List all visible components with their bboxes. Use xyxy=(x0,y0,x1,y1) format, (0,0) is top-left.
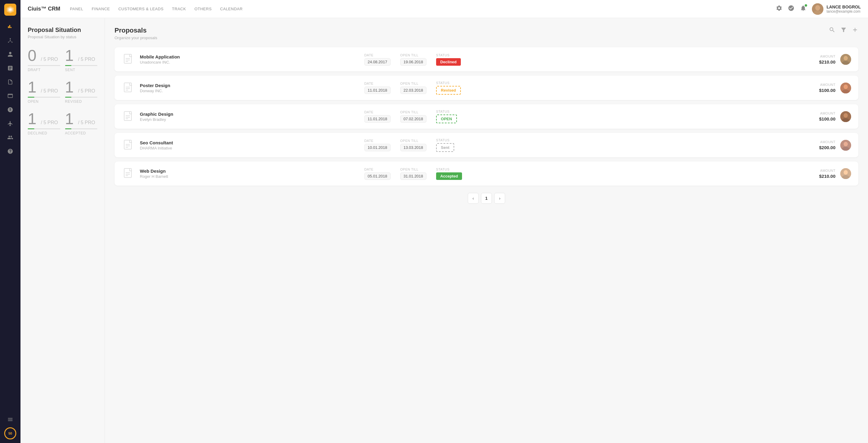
stat-bar xyxy=(65,128,98,129)
proposals-title-area: Proposals Organize your proposals xyxy=(115,27,157,40)
meta-open-till-group: OPEN TILL 13.03.2018 xyxy=(400,139,427,151)
user-name: LANCE BOGROL xyxy=(827,4,861,9)
proposals-list: Mobile Application Unadoncare INC. DATE … xyxy=(115,47,858,186)
proposal-info: Seo Consultant DHARMA Initiative xyxy=(140,140,360,150)
svg-point-3 xyxy=(10,38,10,39)
proposal-card[interactable]: Mobile Application Unadoncare INC. DATE … xyxy=(115,47,858,71)
proposal-open-till: 22.03.2018 xyxy=(400,87,427,94)
proposal-card[interactable]: Web Design Roger H Barnett DATE 05.01.20… xyxy=(115,161,858,186)
sidebar-report-icon[interactable] xyxy=(4,62,16,74)
amount-label: AMOUNT xyxy=(808,55,835,58)
stat-label: REVISED xyxy=(65,99,98,104)
stat-bar xyxy=(65,65,98,66)
proposal-amount-group: AMOUNT $100.00 xyxy=(808,83,835,93)
nav-track[interactable]: TRACK xyxy=(172,7,186,11)
sidebar-invoice-icon[interactable] xyxy=(4,90,16,102)
open-till-label: OPEN TILL xyxy=(400,167,427,171)
proposal-client: DHARMA Initiative xyxy=(140,146,360,150)
sidebar-finance-icon[interactable] xyxy=(4,104,16,116)
status-label: STATUS xyxy=(436,53,461,57)
svg-point-35 xyxy=(844,141,848,146)
nav-panel[interactable]: PANEL xyxy=(70,7,83,11)
sidebar-analytics-icon[interactable] xyxy=(4,21,16,33)
proposal-meta: DATE 11.01.2018 OPEN TILL 22.03.2018 STA… xyxy=(364,81,804,95)
prev-page-button[interactable]: ‹ xyxy=(468,193,478,204)
sidebar-hierarchy-icon[interactable] xyxy=(4,34,16,46)
proposal-info: Poster Design Donway INC. xyxy=(140,83,360,93)
status-badge: Sent xyxy=(436,143,454,152)
svg-point-21 xyxy=(844,84,848,89)
meta-status-group: STATUS Accepted xyxy=(436,167,462,180)
check-icon[interactable] xyxy=(788,5,795,13)
proposal-avatar xyxy=(840,140,851,151)
amount-label: AMOUNT xyxy=(808,112,835,115)
open-till-label: OPEN TILL xyxy=(400,110,427,114)
meta-date-group: DATE 24.08.2017 xyxy=(364,53,391,66)
status-badge: Declined xyxy=(436,58,461,66)
open-till-label: OPEN TILL xyxy=(400,53,427,57)
sidebar-team-icon[interactable] xyxy=(4,131,16,144)
next-page-button[interactable]: › xyxy=(494,193,505,204)
proposal-info: Mobile Application Unadoncare INC. xyxy=(140,54,360,64)
nav-calendar[interactable]: CALENDAR xyxy=(220,7,243,11)
svg-point-42 xyxy=(844,170,848,175)
stat-number: 1 / 5 PRO xyxy=(65,111,98,127)
proposals-subtitle: Organize your proposals xyxy=(115,36,157,40)
app-logo[interactable] xyxy=(4,4,16,16)
stat-number: 1 / 5 PRO xyxy=(65,79,98,95)
progress-circle[interactable]: 50 xyxy=(4,427,16,439)
status-label: STATUS xyxy=(436,167,462,171)
stat-label: OPEN xyxy=(28,99,60,104)
proposal-date: 24.08.2017 xyxy=(364,58,391,66)
proposal-open-till: 31.01.2018 xyxy=(400,172,427,180)
svg-point-28 xyxy=(844,113,848,118)
sidebar-list-icon[interactable] xyxy=(4,413,16,425)
nav-finance[interactable]: FINANCE xyxy=(92,7,110,11)
proposals-title: Proposals xyxy=(115,27,157,34)
proposal-name: Graphic Design xyxy=(140,112,360,117)
proposal-card[interactable]: Seo Consultant DHARMA Initiative DATE 10… xyxy=(115,133,858,157)
meta-open-till-group: OPEN TILL 19.06.2018 xyxy=(400,53,427,66)
proposal-card[interactable]: Graphic Design Evelyn Bradley DATE 11.01… xyxy=(115,104,858,129)
stat-label: DRAFT xyxy=(28,68,60,72)
settings-icon[interactable] xyxy=(776,5,782,13)
stat-suffix: / 5 PRO xyxy=(41,88,58,93)
proposal-doc-icon xyxy=(122,82,135,95)
nav-right: LANCE BOGROL lance@example.com xyxy=(776,3,861,15)
proposal-doc-icon xyxy=(122,110,135,123)
main-area: Ciuis™ CRM PANEL FINANCE CUSTOMERS & LEA… xyxy=(21,0,868,443)
nav-customers[interactable]: CUSTOMERS & LEADS xyxy=(119,7,164,11)
stat-item-open: 1 / 5 PRO OPEN xyxy=(28,79,60,104)
sidebar-user-icon[interactable] xyxy=(4,48,16,60)
proposal-info: Web Design Roger H Barnett xyxy=(140,168,360,179)
meta-date-group: DATE 05.01.2018 xyxy=(364,167,391,180)
proposal-doc-icon xyxy=(122,53,135,66)
proposal-avatar xyxy=(840,83,851,93)
proposal-card[interactable]: Poster Design Donway INC. DATE 11.01.201… xyxy=(115,76,858,100)
proposal-amount-group: AMOUNT $200.00 xyxy=(808,140,835,150)
nav-others[interactable]: OTHERS xyxy=(194,7,212,11)
status-badge: OPEN xyxy=(436,115,457,123)
proposal-client: Unadoncare INC. xyxy=(140,60,360,64)
sidebar: 50 xyxy=(0,0,21,443)
proposal-client: Evelyn Bradley xyxy=(140,117,360,122)
right-panel: Proposals Organize your proposals xyxy=(105,18,868,443)
stat-item-accepted: 1 / 5 PRO ACCEPTED xyxy=(65,111,98,135)
stat-item-draft: 0 / 5 PRO DRAFT xyxy=(28,48,60,72)
sidebar-bottom: 50 xyxy=(4,413,16,439)
amount-label: AMOUNT xyxy=(808,83,835,87)
stat-item-declined: 1 / 5 PRO DECLINED xyxy=(28,111,60,135)
search-icon[interactable] xyxy=(829,27,835,35)
sidebar-help-icon[interactable] xyxy=(4,145,16,157)
notification-icon[interactable] xyxy=(800,5,807,13)
meta-date-group: DATE 11.01.2018 xyxy=(364,82,391,94)
proposal-doc-icon xyxy=(122,138,135,152)
sidebar-travel-icon[interactable] xyxy=(4,118,16,130)
filter-icon[interactable] xyxy=(840,27,847,35)
proposal-avatar xyxy=(840,111,851,122)
current-page[interactable]: 1 xyxy=(481,193,492,204)
stat-bar xyxy=(28,128,60,129)
sidebar-document-icon[interactable] xyxy=(4,76,16,88)
pagination: ‹ 1 › xyxy=(115,193,858,204)
add-icon[interactable] xyxy=(852,27,858,35)
